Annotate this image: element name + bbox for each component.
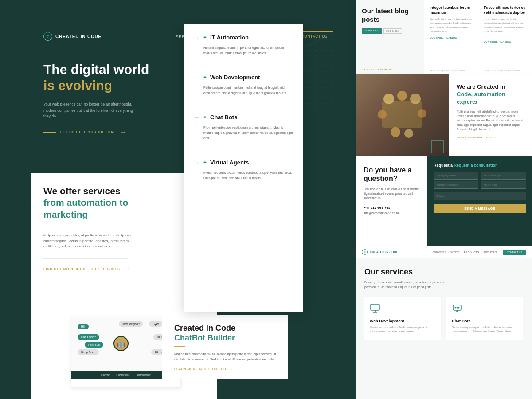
service-card-chatbots[interactable]: → ✦ Chat Bots Proin pellentesque vestibu… (184, 104, 303, 149)
contact-left: Do you have a question? Feel free to ask… (356, 156, 427, 247)
chatbot-builder-section: Created in Code ChatBot Builder Mauris n… (162, 315, 288, 379)
chatbot-footer-text: Create (101, 373, 110, 376)
bubble-beep: Beep Beep (78, 349, 99, 355)
chatbot-builder-cta[interactable]: LEARN MORE ABOUT OUR BOT → (174, 368, 279, 371)
service-card-webdev-title: Web Development (210, 74, 260, 81)
service-card-chatbots-bullet: ✦ (203, 115, 207, 120)
services-page-nav-about[interactable]: ABOUT US (483, 251, 497, 254)
contact-form-title: Request a Request a consultation (434, 163, 526, 168)
services-page-nav-links: SERVICES POSTS PRODUCTS ABOUT US (433, 251, 497, 254)
services-mini-grid: Web Development Mauris leo commodo mi. N… (364, 297, 523, 340)
service-card-automation[interactable]: → ✦ IT Automation Nullam sagittis, lectu… (184, 24, 303, 64)
form-message-input[interactable] (481, 172, 526, 180)
service-card-automation-title: IT Automation (210, 34, 249, 41)
hero-description: Your web presence can no longer be an af… (43, 102, 137, 120)
contact-description: Feel free to ask. Our team will be at an… (364, 187, 419, 200)
about-panel: We are Created in Code, automation exper… (356, 74, 532, 158)
blog-tag-wordpress[interactable]: WORDPRESS (362, 28, 382, 34)
service-card-webdev-desc: Pellentesque condimentum, nulla at feugi… (194, 85, 293, 96)
blog-card-2-cta[interactable]: CONTINUE READING → (484, 40, 515, 43)
form-subject-input[interactable] (434, 192, 526, 200)
service-card-agents[interactable]: → ✦ Virtual Agents Morbi nec urna dictum… (184, 149, 303, 189)
services-page-nav-services[interactable]: SERVICES (433, 251, 446, 254)
chatbot-builder-line (174, 346, 185, 347)
svg-point-23 (455, 307, 456, 309)
service-card-chatbots-arrow: → (194, 114, 200, 121)
svg-point-14 (410, 94, 421, 104)
mini-card-chatbots-title: Chat Bots (452, 319, 518, 323)
contact-form: Request a Request a consultation SEND A … (427, 156, 532, 247)
services-page-title: Our services (364, 267, 523, 277)
separator-line (43, 258, 128, 259)
mini-card-webdev-title: Web Development (370, 319, 436, 323)
contact-panel: Do you have a question? Feel free to ask… (356, 156, 532, 247)
service-card-agents-bullet: ✦ (203, 160, 207, 165)
logo-text: CREATED IN CODE (55, 34, 102, 39)
blog-card-2-excerpt: Lorem ipsum dolor sit amet, consectetur … (484, 17, 527, 33)
chatbot-builder-desc: Mauris nec commodo mi. Nullam tempus por… (174, 352, 279, 362)
form-phone-input[interactable] (434, 181, 478, 189)
service-card-chatbots-header: → ✦ Chat Bots (194, 114, 293, 121)
about-description: Nulla pharetra, velit at eleifend conseq… (457, 110, 524, 132)
form-name-input[interactable] (434, 172, 478, 180)
hero-title-line1: The digital world (43, 62, 149, 77)
svg-point-13 (397, 91, 407, 101)
services-page-panel: © CREATED IN CODE SERVICES POSTS PRODUCT… (356, 246, 532, 399)
svg-point-25 (458, 307, 460, 309)
service-card-webdev-header: → ✦ Web Development (194, 74, 293, 81)
svg-point-24 (457, 307, 458, 309)
bubble-bot: I am Bot! (85, 342, 103, 348)
svg-rect-19 (371, 304, 379, 310)
about-cta[interactable]: LEARN MORE ABOUT US → (457, 136, 524, 139)
services-page-contact-btn[interactable]: CONTACT US (503, 250, 526, 255)
hero-cta-text: LET US HELP YOU DO THAT (60, 130, 116, 134)
nav-logo[interactable]: © CREATED IN CODE (43, 32, 102, 41)
services-page-nav-posts[interactable]: POSTS (450, 251, 459, 254)
bubble-how: How are you? (119, 321, 143, 327)
blog-card-2-meta: 01.01.2018 | Author: Brian Brown (484, 69, 527, 72)
blog-tag-seosem[interactable]: SEO & SEM (383, 28, 402, 34)
bubble-bye: Bye! (149, 321, 163, 327)
services-page-nav-products[interactable]: PRODUCTS (464, 251, 479, 254)
blog-explore-link[interactable]: EXPLORE OUR BLOG → (362, 68, 396, 71)
chatbot-footer-sep2: - (133, 373, 134, 377)
about-title: We are Created in Code, automation exper… (457, 83, 524, 106)
svg-point-17 (391, 127, 400, 137)
blog-card-1-cta[interactable]: CONTINUE READING → (430, 36, 473, 39)
blog-card-1-meta: 01.01.2018 | Author: Brian Brown (430, 69, 473, 72)
mini-card-chatbots[interactable]: Chat Bots Sed scelerisque neque quis fel… (446, 297, 523, 340)
form-row-1 (434, 172, 526, 180)
contact-form-title-accent: Request a consultation (454, 163, 498, 168)
service-card-webdev[interactable]: → ✦ Web Development Pellentesque condime… (184, 64, 303, 104)
mini-card-webdev[interactable]: Web Development Mauris leo commodo mi. N… (364, 297, 441, 340)
services-orange-line (43, 227, 56, 227)
chatbot-footer-automatize: Automatize (137, 373, 151, 376)
service-card-automation-desc: Nullam sagittis, lectus in porttitor ege… (194, 45, 293, 56)
services-page-nav: © CREATED IN CODE SERVICES POSTS PRODUCT… (356, 246, 532, 258)
blog-card-1-excerpt: Sed sollicitudin neque tincidunt ante fe… (430, 17, 473, 33)
bot-avatar: 🤖 (113, 336, 129, 351)
service-card-automation-bullet: ✦ (203, 35, 207, 40)
svg-point-15 (378, 110, 387, 119)
hero-title-line2: is evolving (43, 78, 112, 93)
chatbot-builder-title: Created in Code ChatBot Builder (174, 324, 279, 343)
svg-point-18 (404, 129, 413, 138)
bubble-hi: Hi! (78, 324, 89, 329)
blog-card-1-title: Integer faucibus lorem maximus (430, 5, 473, 15)
logo-icon: © (43, 32, 52, 41)
service-card-agents-header: → ✦ Virtual Agents (194, 159, 293, 166)
services-main-desc: Mi ipsum semper dolor, at pretium purus … (43, 233, 132, 250)
chatbot-icon (452, 303, 462, 313)
service-card-chatbots-title: Chat Bots (210, 114, 237, 121)
form-email-input[interactable] (481, 181, 526, 189)
form-row-2 (434, 181, 526, 189)
about-image-teal-accent (431, 140, 444, 153)
blog-tags: WORDPRESS SEO & SEM (362, 28, 418, 34)
services-page-logo[interactable]: © CREATED IN CODE (362, 249, 398, 255)
services-cta[interactable]: FIND OUT MORE ABOUT OUR SERVICES → (43, 265, 205, 272)
blog-card-2-title: Fusce ultrices tortor eu velit malesuada… (484, 5, 527, 15)
form-submit-button[interactable]: SEND A MESSAGE (434, 204, 526, 213)
services-page-desc: Donec pellentesque convallis lorem, ut p… (364, 280, 453, 289)
services-main-title: We offer services from automation to mar… (43, 185, 205, 220)
chatbot-footer-sep1: - (112, 373, 113, 377)
